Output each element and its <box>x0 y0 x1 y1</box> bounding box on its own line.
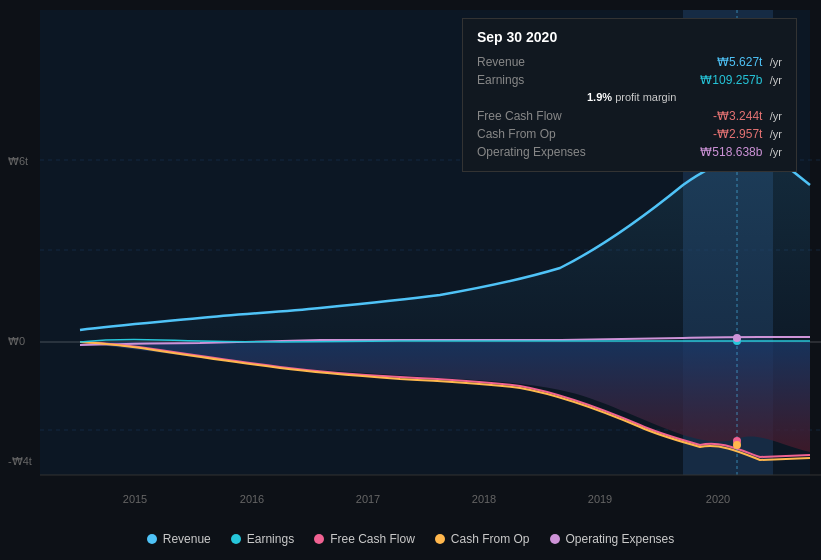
y-label-bottom: -₩4t <box>8 455 32 468</box>
x-label-2016: 2016 <box>240 493 264 505</box>
tooltip-cfo-row: Cash From Op -₩2.957t /yr <box>477 125 782 143</box>
x-label-2017: 2017 <box>356 493 380 505</box>
tooltip-cfo-value: -₩2.957t /yr <box>713 127 782 141</box>
tooltip-cfo-label: Cash From Op <box>477 127 587 141</box>
tooltip-earnings-value: ₩109.257b /yr <box>700 73 782 87</box>
legend-earnings-dot <box>231 534 241 544</box>
svg-point-12 <box>733 334 741 342</box>
tooltip-fcf-label: Free Cash Flow <box>477 109 587 123</box>
tooltip-opex-row: Operating Expenses ₩518.638b /yr <box>477 143 782 161</box>
legend-earnings[interactable]: Earnings <box>231 532 294 546</box>
legend-fcf-label: Free Cash Flow <box>330 532 415 546</box>
legend-revenue[interactable]: Revenue <box>147 532 211 546</box>
tooltip-fcf-value: -₩3.244t /yr <box>713 109 782 123</box>
legend-revenue-dot <box>147 534 157 544</box>
x-label-2015: 2015 <box>123 493 147 505</box>
legend-earnings-label: Earnings <box>247 532 294 546</box>
tooltip-earnings-label: Earnings <box>477 73 587 87</box>
legend-opex[interactable]: Operating Expenses <box>550 532 675 546</box>
legend-cfo-dot <box>435 534 445 544</box>
tooltip-revenue-value: ₩5.627t /yr <box>717 55 782 69</box>
tooltip-date: Sep 30 2020 <box>477 29 782 45</box>
legend-opex-dot <box>550 534 560 544</box>
legend-fcf[interactable]: Free Cash Flow <box>314 532 415 546</box>
legend-cfo[interactable]: Cash From Op <box>435 532 530 546</box>
tooltip-profit-margin: 1.9% profit margin <box>477 89 782 107</box>
svg-point-11 <box>733 441 741 449</box>
x-label-2019: 2019 <box>588 493 612 505</box>
tooltip-opex-value: ₩518.638b /yr <box>700 145 782 159</box>
tooltip-fcf-row: Free Cash Flow -₩3.244t /yr <box>477 107 782 125</box>
x-label-2020: 2020 <box>706 493 730 505</box>
legend-opex-label: Operating Expenses <box>566 532 675 546</box>
tooltip-earnings-row: Earnings ₩109.257b /yr <box>477 71 782 89</box>
x-label-2018: 2018 <box>472 493 496 505</box>
legend-cfo-label: Cash From Op <box>451 532 530 546</box>
y-label-top: ₩6t <box>8 155 28 168</box>
chart-container: ₩6t ₩0 -₩4t 2015 2016 2017 2018 2019 202… <box>0 0 821 560</box>
tooltip-revenue-row: Revenue ₩5.627t /yr <box>477 53 782 71</box>
legend-revenue-label: Revenue <box>163 532 211 546</box>
y-label-mid: ₩0 <box>8 335 25 348</box>
tooltip-box: Sep 30 2020 Revenue ₩5.627t /yr Earnings… <box>462 18 797 172</box>
legend-fcf-dot <box>314 534 324 544</box>
tooltip-revenue-label: Revenue <box>477 55 587 69</box>
tooltip-opex-label: Operating Expenses <box>477 145 587 159</box>
chart-legend: Revenue Earnings Free Cash Flow Cash Fro… <box>0 532 821 546</box>
